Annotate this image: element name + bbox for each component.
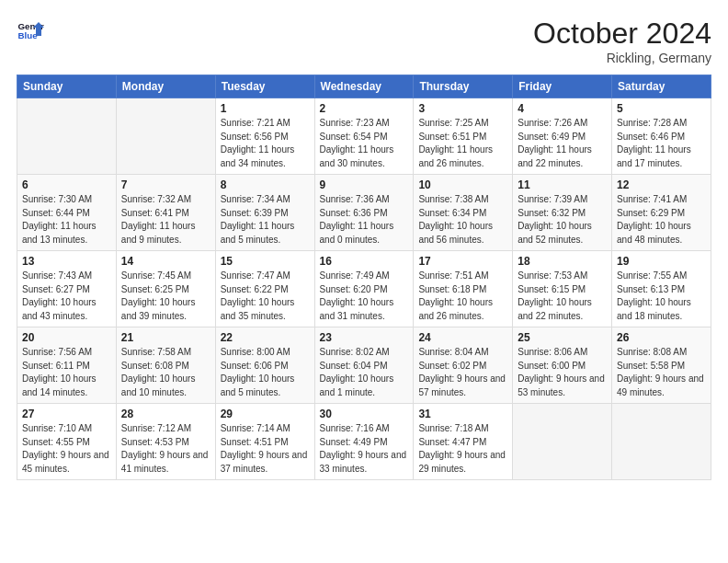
day-info: Sunrise: 7:10 AMSunset: 4:55 PMDaylight:… [22, 422, 111, 476]
day-info: Sunrise: 7:47 AMSunset: 6:22 PMDaylight:… [221, 270, 310, 323]
day-number: 25 [518, 331, 607, 344]
calendar-cell: 10Sunrise: 7:38 AMSunset: 6:34 PMDayligh… [414, 175, 513, 251]
day-number: 18 [518, 255, 607, 268]
day-number: 27 [22, 408, 111, 420]
day-info: Sunrise: 7:49 AMSunset: 6:20 PMDaylight:… [320, 270, 409, 323]
day-number: 3 [418, 102, 507, 115]
location: Rickling, Germany [533, 51, 711, 65]
day-info: Sunrise: 8:08 AMSunset: 5:58 PMDaylight:… [617, 346, 706, 399]
calendar-cell: 7Sunrise: 7:32 AMSunset: 6:41 PMDaylight… [116, 175, 215, 251]
page: General Blue October 2024 Rickling, Germ… [0, 0, 728, 563]
weekday-header: Saturday [612, 75, 711, 98]
day-number: 20 [22, 331, 111, 344]
calendar-cell: 13Sunrise: 7:43 AMSunset: 6:27 PMDayligh… [17, 251, 117, 327]
day-number: 1 [221, 102, 310, 115]
day-number: 10 [418, 178, 507, 191]
logo-icon: General Blue [17, 17, 44, 44]
calendar-cell [17, 98, 117, 175]
day-info: Sunrise: 7:14 AMSunset: 4:51 PMDaylight:… [221, 422, 310, 476]
day-info: Sunrise: 8:04 AMSunset: 6:02 PMDaylight:… [418, 346, 507, 399]
day-info: Sunrise: 7:26 AMSunset: 6:49 PMDaylight:… [518, 117, 607, 170]
day-number: 28 [121, 408, 210, 420]
calendar-cell: 18Sunrise: 7:53 AMSunset: 6:15 PMDayligh… [513, 251, 612, 327]
weekday-header: Wednesday [314, 75, 414, 98]
day-number: 31 [418, 408, 507, 420]
day-info: Sunrise: 7:41 AMSunset: 6:29 PMDaylight:… [617, 193, 706, 247]
calendar-cell: 2Sunrise: 7:23 AMSunset: 6:54 PMDaylight… [314, 98, 414, 175]
day-info: Sunrise: 7:25 AMSunset: 6:51 PMDaylight:… [418, 117, 507, 170]
day-info: Sunrise: 8:00 AMSunset: 6:06 PMDaylight:… [221, 346, 310, 399]
svg-text:Blue: Blue [18, 30, 39, 40]
day-number: 8 [221, 178, 310, 191]
day-number: 13 [22, 255, 111, 268]
day-number: 16 [320, 255, 409, 268]
day-number: 9 [320, 178, 409, 191]
calendar-cell: 25Sunrise: 8:06 AMSunset: 6:00 PMDayligh… [513, 327, 612, 404]
calendar-cell [612, 404, 711, 480]
day-number: 19 [617, 255, 706, 268]
day-info: Sunrise: 7:51 AMSunset: 6:18 PMDaylight:… [418, 270, 507, 323]
calendar-cell: 15Sunrise: 7:47 AMSunset: 6:22 PMDayligh… [215, 251, 314, 327]
calendar-cell: 20Sunrise: 7:56 AMSunset: 6:11 PMDayligh… [17, 327, 117, 404]
day-info: Sunrise: 7:34 AMSunset: 6:39 PMDaylight:… [221, 193, 310, 247]
calendar-cell: 1Sunrise: 7:21 AMSunset: 6:56 PMDaylight… [215, 98, 314, 175]
day-info: Sunrise: 7:55 AMSunset: 6:13 PMDaylight:… [617, 270, 706, 323]
calendar-week-row: 27Sunrise: 7:10 AMSunset: 4:55 PMDayligh… [17, 404, 711, 480]
calendar-cell: 5Sunrise: 7:28 AMSunset: 6:46 PMDaylight… [612, 98, 711, 175]
day-number: 4 [518, 102, 607, 115]
day-number: 14 [121, 255, 210, 268]
calendar-cell: 27Sunrise: 7:10 AMSunset: 4:55 PMDayligh… [17, 404, 117, 480]
day-info: Sunrise: 7:12 AMSunset: 4:53 PMDaylight:… [121, 422, 210, 476]
logo: General Blue [17, 17, 44, 44]
calendar-week-row: 13Sunrise: 7:43 AMSunset: 6:27 PMDayligh… [17, 251, 711, 327]
calendar-cell: 12Sunrise: 7:41 AMSunset: 6:29 PMDayligh… [612, 175, 711, 251]
day-info: Sunrise: 7:16 AMSunset: 4:49 PMDaylight:… [320, 422, 409, 476]
day-number: 21 [121, 331, 210, 344]
day-number: 24 [418, 331, 507, 344]
day-number: 17 [418, 255, 507, 268]
calendar-cell: 17Sunrise: 7:51 AMSunset: 6:18 PMDayligh… [414, 251, 513, 327]
calendar-cell: 28Sunrise: 7:12 AMSunset: 4:53 PMDayligh… [116, 404, 215, 480]
day-info: Sunrise: 7:21 AMSunset: 6:56 PMDaylight:… [221, 117, 310, 170]
day-number: 6 [22, 178, 111, 191]
calendar-cell: 9Sunrise: 7:36 AMSunset: 6:36 PMDaylight… [314, 175, 414, 251]
calendar-week-row: 1Sunrise: 7:21 AMSunset: 6:56 PMDaylight… [17, 98, 711, 175]
calendar-cell: 11Sunrise: 7:39 AMSunset: 6:32 PMDayligh… [513, 175, 612, 251]
calendar-cell: 31Sunrise: 7:18 AMSunset: 4:47 PMDayligh… [414, 404, 513, 480]
day-info: Sunrise: 7:45 AMSunset: 6:25 PMDaylight:… [121, 270, 210, 323]
calendar-cell: 19Sunrise: 7:55 AMSunset: 6:13 PMDayligh… [612, 251, 711, 327]
calendar-week-row: 6Sunrise: 7:30 AMSunset: 6:44 PMDaylight… [17, 175, 711, 251]
day-info: Sunrise: 7:28 AMSunset: 6:46 PMDaylight:… [617, 117, 706, 170]
day-number: 12 [617, 178, 706, 191]
calendar-cell: 14Sunrise: 7:45 AMSunset: 6:25 PMDayligh… [116, 251, 215, 327]
weekday-header: Friday [513, 75, 612, 98]
calendar-cell: 8Sunrise: 7:34 AMSunset: 6:39 PMDaylight… [215, 175, 314, 251]
calendar-cell: 16Sunrise: 7:49 AMSunset: 6:20 PMDayligh… [314, 251, 414, 327]
day-info: Sunrise: 7:32 AMSunset: 6:41 PMDaylight:… [121, 193, 210, 247]
calendar-cell: 26Sunrise: 8:08 AMSunset: 5:58 PMDayligh… [612, 327, 711, 404]
day-number: 5 [617, 102, 706, 115]
weekday-header: Tuesday [215, 75, 314, 98]
calendar-cell: 29Sunrise: 7:14 AMSunset: 4:51 PMDayligh… [215, 404, 314, 480]
calendar-cell: 24Sunrise: 8:04 AMSunset: 6:02 PMDayligh… [414, 327, 513, 404]
day-number: 2 [320, 102, 409, 115]
calendar-cell: 4Sunrise: 7:26 AMSunset: 6:49 PMDaylight… [513, 98, 612, 175]
weekday-header: Monday [116, 75, 215, 98]
day-info: Sunrise: 7:43 AMSunset: 6:27 PMDaylight:… [22, 270, 111, 323]
day-info: Sunrise: 7:58 AMSunset: 6:08 PMDaylight:… [121, 346, 210, 399]
day-number: 29 [221, 408, 310, 420]
calendar-table: SundayMondayTuesdayWednesdayThursdayFrid… [17, 75, 711, 480]
day-info: Sunrise: 7:38 AMSunset: 6:34 PMDaylight:… [418, 193, 507, 247]
day-info: Sunrise: 8:06 AMSunset: 6:00 PMDaylight:… [518, 346, 607, 399]
weekday-header: Thursday [414, 75, 513, 98]
day-info: Sunrise: 8:02 AMSunset: 6:04 PMDaylight:… [320, 346, 409, 399]
calendar-cell [513, 404, 612, 480]
calendar-week-row: 20Sunrise: 7:56 AMSunset: 6:11 PMDayligh… [17, 327, 711, 404]
calendar-cell: 21Sunrise: 7:58 AMSunset: 6:08 PMDayligh… [116, 327, 215, 404]
month-title: October 2024 [533, 17, 711, 51]
day-info: Sunrise: 7:30 AMSunset: 6:44 PMDaylight:… [22, 193, 111, 247]
day-number: 23 [320, 331, 409, 344]
day-info: Sunrise: 7:53 AMSunset: 6:15 PMDaylight:… [518, 270, 607, 323]
day-number: 7 [121, 178, 210, 191]
day-number: 11 [518, 178, 607, 191]
